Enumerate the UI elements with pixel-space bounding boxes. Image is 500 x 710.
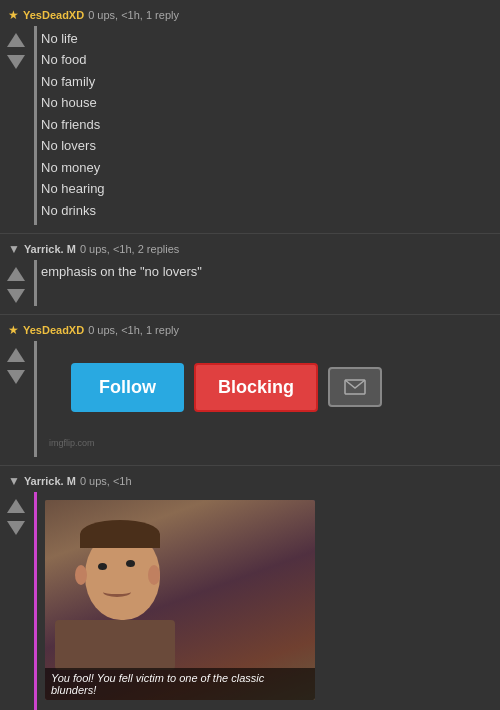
comment-4: ▼ Yarrick. M 0 ups, <1h — [0, 466, 500, 710]
comment-4-content: You fool! You fell victim to one of the … — [37, 492, 500, 710]
upvote-1[interactable] — [6, 30, 26, 50]
comment-2-content: emphasis on the "no lovers" — [37, 260, 500, 286]
username-2: Yarrick. M — [24, 243, 76, 255]
list-item: No hearing — [41, 178, 492, 199]
comment-3-main: Follow Blocking imgflip.com — [0, 341, 500, 457]
list-item: No family — [41, 71, 492, 92]
mouth — [103, 587, 131, 597]
list-item: No house — [41, 92, 492, 113]
mail-icon — [344, 379, 366, 395]
eye-left — [98, 563, 107, 570]
meme-container: You fool! You fell victim to one of the … — [45, 500, 315, 700]
comment-3-content: Follow Blocking imgflip.com — [37, 341, 500, 457]
comment-3-header: ★ YesDeadXD 0 ups, <1h, 1 reply — [0, 323, 500, 341]
imgflip-watermark: imgflip.com — [41, 432, 492, 453]
blocking-button[interactable]: Blocking — [194, 363, 318, 412]
comment-1-content: No life No food No family No house No fr… — [37, 26, 500, 225]
comment-1-list: No life No food No family No house No fr… — [41, 28, 492, 221]
meta-2: 0 ups, <1h, 2 replies — [80, 243, 179, 255]
action-section: Follow Blocking — [41, 343, 492, 432]
meta-4: 0 ups, <1h — [80, 475, 132, 487]
comment-2-main: emphasis on the "no lovers" — [0, 260, 500, 306]
list-item: No food — [41, 49, 492, 70]
list-item: No drinks — [41, 200, 492, 221]
upvote-4[interactable] — [6, 496, 26, 516]
username-4: Yarrick. M — [24, 475, 76, 487]
comment-3: ★ YesDeadXD 0 ups, <1h, 1 reply Follow B… — [0, 315, 500, 466]
face-area — [80, 515, 165, 625]
downvote-3[interactable] — [6, 367, 26, 387]
vote-column-3 — [0, 341, 32, 387]
comment-4-header: ▼ Yarrick. M 0 ups, <1h — [0, 474, 500, 492]
vote-column-2 — [0, 260, 32, 306]
downvote-2[interactable] — [6, 286, 26, 306]
downvote-1[interactable] — [6, 52, 26, 72]
follow-button[interactable]: Follow — [71, 363, 184, 412]
downvote-4[interactable] — [6, 518, 26, 538]
username-1[interactable]: YesDeadXD — [23, 9, 84, 21]
star-icon-2: ★ — [8, 323, 19, 337]
list-item: No money — [41, 157, 492, 178]
meta-3: 0 ups, <1h, 1 reply — [88, 324, 179, 336]
list-item: No life — [41, 28, 492, 49]
shirt — [55, 620, 175, 670]
comment-1-header: ★ YesDeadXD 0 ups, <1h, 1 reply — [0, 8, 500, 26]
username-3[interactable]: YesDeadXD — [23, 324, 84, 336]
comment-2-text: emphasis on the "no lovers" — [41, 262, 492, 282]
meme-caption: You fool! You fell victim to one of the … — [45, 668, 315, 700]
meme-image: You fool! You fell victim to one of the … — [45, 500, 315, 700]
ear-right — [148, 565, 160, 585]
comment-1: ★ YesDeadXD 0 ups, <1h, 1 reply No life … — [0, 0, 500, 234]
arrow-down-icon: ▼ — [8, 242, 20, 256]
arrow-down-icon-2: ▼ — [8, 474, 20, 488]
ear-left — [75, 565, 87, 585]
upvote-3[interactable] — [6, 345, 26, 365]
comment-2-header: ▼ Yarrick. M 0 ups, <1h, 2 replies — [0, 242, 500, 260]
eye-right — [126, 560, 135, 567]
mail-button[interactable] — [328, 367, 382, 407]
comment-2: ▼ Yarrick. M 0 ups, <1h, 2 replies empha… — [0, 234, 500, 315]
list-item: No friends — [41, 114, 492, 135]
star-icon: ★ — [8, 8, 19, 22]
vote-column-4 — [0, 492, 32, 538]
comment-4-main: You fool! You fell victim to one of the … — [0, 492, 500, 710]
upvote-2[interactable] — [6, 264, 26, 284]
meta-1: 0 ups, <1h, 1 reply — [88, 9, 179, 21]
list-item: No lovers — [41, 135, 492, 156]
vote-column-1 — [0, 26, 32, 72]
comment-1-main: No life No food No family No house No fr… — [0, 26, 500, 225]
hair — [80, 520, 160, 548]
